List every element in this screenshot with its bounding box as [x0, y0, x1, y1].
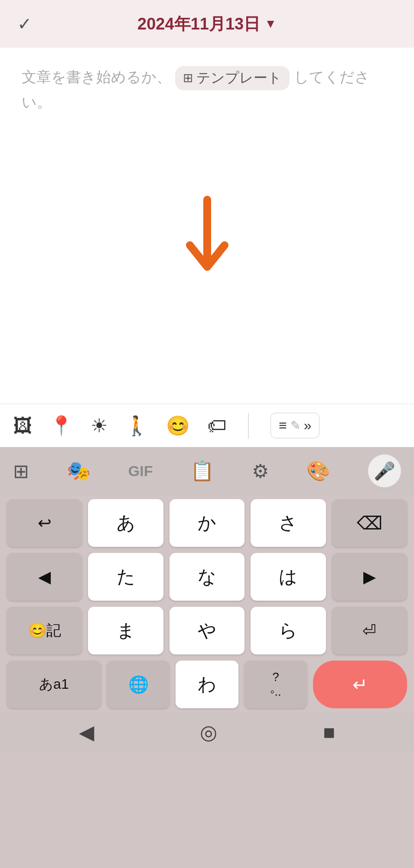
key-delete[interactable]: ⌫	[332, 499, 407, 547]
keyboard-grid-icon[interactable]: ⊞	[13, 460, 29, 482]
key-left[interactable]: ◀	[7, 553, 82, 601]
key-enter[interactable]: ↵	[313, 661, 407, 708]
date-text: 2024年11月13日	[137, 13, 260, 35]
date-dropdown-icon[interactable]: ▼	[264, 17, 277, 31]
key-ha-label: は	[279, 565, 297, 589]
key-ma-label: ま	[117, 618, 135, 643]
punct-label: ?◦..	[270, 670, 281, 699]
delete-icon: ⌫	[357, 513, 382, 534]
format-button[interactable]: ≡ ✎ »	[271, 413, 319, 438]
person-icon[interactable]: 🚶	[125, 414, 149, 437]
template-button[interactable]: ⊞ テンプレート	[175, 66, 290, 90]
emoji-icon[interactable]: 😊	[166, 414, 190, 437]
key-a[interactable]: あ	[88, 499, 163, 547]
chevron-right-icon: »	[304, 418, 312, 434]
key-ka-label: か	[198, 511, 216, 535]
keyboard-top-row: ⊞ 🎭 GIF 📋 ⚙ 🎨 🎤	[0, 447, 414, 495]
key-wa[interactable]: わ	[176, 661, 238, 708]
key-ra-label: ら	[279, 618, 297, 643]
format-label: ✎	[290, 418, 300, 433]
template-grid-icon: ⊞	[183, 71, 193, 85]
down-arrow-indicator	[181, 195, 233, 284]
nav-back-icon[interactable]: ◀	[79, 720, 94, 744]
location-icon[interactable]: 📍	[49, 414, 73, 437]
key-rows: ↩ あ か さ ⌫ ◀ た な	[0, 495, 414, 713]
keyboard-mic-button[interactable]: 🎤	[368, 454, 401, 487]
undo-icon: ↩	[38, 513, 52, 533]
template-button-label: テンプレート	[196, 69, 282, 88]
nav-square-icon[interactable]: ■	[323, 720, 335, 744]
key-undo[interactable]: ↩	[7, 499, 82, 547]
key-globe[interactable]: 🌐	[107, 661, 170, 708]
key-row-3: 😊記 ま や ら ⏎	[7, 607, 407, 654]
keyboard-area: ⊞ 🎭 GIF 📋 ⚙ 🎨 🎤 ↩ あ か さ ⌫	[0, 447, 414, 868]
emoji-kigo-label: 😊記	[28, 621, 61, 641]
key-row-1: ↩ あ か さ ⌫	[7, 499, 407, 547]
key-ka[interactable]: か	[170, 499, 244, 547]
key-sa[interactable]: さ	[251, 499, 326, 547]
key-sa-label: さ	[279, 511, 297, 535]
down-arrow-svg	[181, 195, 233, 282]
bottom-nav-bar: ◀ ◎ ■	[0, 713, 414, 752]
keyboard-clipboard-icon[interactable]: 📋	[190, 460, 214, 482]
key-wa-label: わ	[198, 672, 216, 697]
key-ha[interactable]: は	[251, 553, 326, 601]
key-row-4: あa1 🌐 わ ?◦.. ↵	[7, 661, 407, 708]
placeholder-text: 文章を書き始めるか、 ⊞ テンプレート してください。	[22, 65, 392, 114]
globe-icon: 🌐	[128, 675, 149, 694]
content-area[interactable]: 文章を書き始めるか、 ⊞ テンプレート してください。	[0, 48, 414, 404]
keyboard-settings-icon[interactable]: ⚙	[252, 460, 269, 482]
key-ra[interactable]: ら	[251, 607, 326, 654]
toolbar-divider	[248, 413, 249, 439]
toolbar: 🖼 📍 ☀ 🚶 😊 🏷 ≡ ✎ »	[0, 404, 414, 447]
key-ya-label: や	[198, 618, 216, 643]
key-switch-input[interactable]: あa1	[7, 661, 101, 708]
keyboard-gif-button[interactable]: GIF	[128, 463, 153, 480]
keyboard-sticker-icon[interactable]: 🎭	[67, 460, 91, 482]
key-ya[interactable]: や	[170, 607, 244, 654]
nav-home-icon[interactable]: ◎	[200, 720, 217, 744]
enter-icon: ↵	[352, 674, 368, 695]
key-ma[interactable]: ま	[88, 607, 163, 654]
left-arrow-icon: ◀	[38, 567, 51, 586]
key-na-label: な	[198, 565, 216, 589]
key-punct[interactable]: ?◦..	[244, 661, 307, 708]
format-icon: ≡	[279, 418, 287, 434]
brightness-icon[interactable]: ☀	[91, 414, 108, 437]
key-row-2: ◀ た な は ▶	[7, 553, 407, 601]
key-ta[interactable]: た	[88, 553, 163, 601]
keyboard-palette-icon[interactable]: 🎨	[306, 460, 330, 482]
space-icon: ⏎	[362, 621, 376, 640]
key-ta-label: た	[117, 565, 135, 589]
key-space[interactable]: ⏎	[332, 607, 407, 654]
tag-icon[interactable]: 🏷	[207, 415, 226, 437]
switch-input-label: あa1	[39, 675, 69, 694]
key-emoji-kigo[interactable]: 😊記	[7, 607, 82, 654]
header: ✓ 2024年11月13日 ▼	[0, 0, 414, 48]
placeholder-line1: 文章を書き始めるか、	[22, 69, 171, 85]
image-icon[interactable]: 🖼	[13, 415, 32, 437]
right-arrow-icon: ▶	[363, 567, 376, 586]
key-right[interactable]: ▶	[332, 553, 407, 601]
mic-icon: 🎤	[374, 461, 395, 481]
header-date[interactable]: 2024年11月13日 ▼	[137, 13, 277, 35]
check-icon[interactable]: ✓	[17, 14, 32, 34]
key-a-label: あ	[117, 511, 135, 535]
key-na[interactable]: な	[170, 553, 244, 601]
